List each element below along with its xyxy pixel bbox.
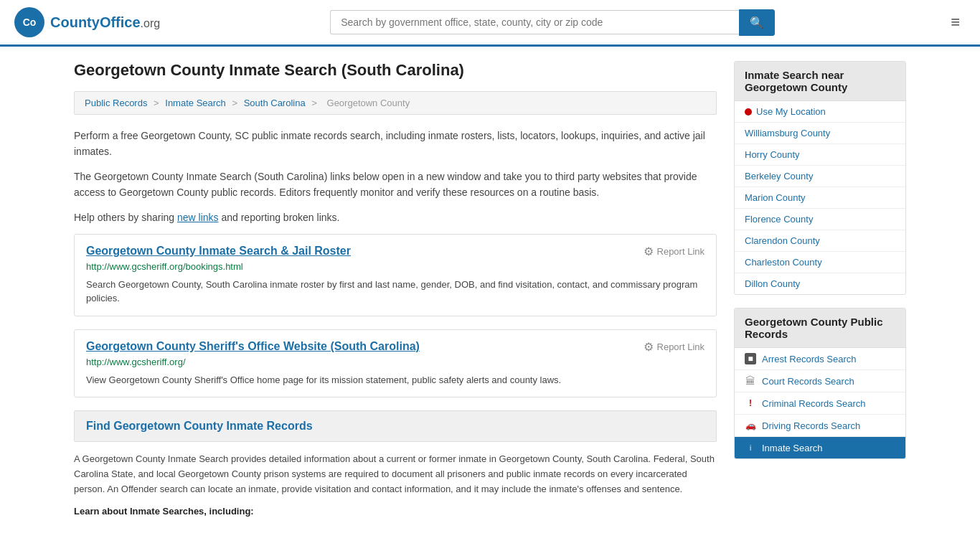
use-my-location-link[interactable]: Use My Location <box>756 106 826 117</box>
breadcrumb-current: Georgetown County <box>327 98 410 108</box>
breadcrumb-inmate-search[interactable]: Inmate Search <box>165 98 226 108</box>
result-title-2[interactable]: Georgetown County Sheriff's Office Websi… <box>86 340 420 353</box>
intro-text-1: Perform a free Georgetown County, SC pub… <box>74 128 717 160</box>
breadcrumb-south-carolina[interactable]: South Carolina <box>244 98 306 108</box>
site-header: Co CountyOffice.org 🔍 ≡ <box>0 0 980 47</box>
sidebar-arrest-records[interactable]: ■ Arrest Records Search <box>735 348 905 370</box>
sidebar-county-marion[interactable]: Marion County <box>735 187 905 209</box>
result-header-2: Georgetown County Sheriff's Office Websi… <box>86 340 705 354</box>
sidebar-county-florence[interactable]: Florence County <box>735 209 905 230</box>
sidebar-county-williamsburg[interactable]: Williamsburg County <box>735 123 905 144</box>
nearby-title: Inmate Search near Georgetown County <box>735 62 905 101</box>
result-desc-2: View Georgetown County Sheriff's Office … <box>86 373 705 387</box>
inmate-search-link[interactable]: Inmate Search <box>762 443 823 453</box>
inmate-icon: i <box>745 442 756 453</box>
intro-text-2: The Georgetown County Inmate Search (Sou… <box>74 169 717 201</box>
search-input[interactable] <box>330 10 739 34</box>
nearby-section: Inmate Search near Georgetown County Use… <box>734 61 906 295</box>
report-link-1[interactable]: ⚙ Report Link <box>644 245 705 258</box>
arrest-records-link[interactable]: Arrest Records Search <box>762 354 857 364</box>
criminal-records-link[interactable]: Criminal Records Search <box>762 398 866 409</box>
menu-button[interactable]: ≡ <box>945 10 966 34</box>
sidebar: Inmate Search near Georgetown County Use… <box>734 61 906 517</box>
breadcrumb-public-records[interactable]: Public Records <box>85 98 147 108</box>
learn-label: Learn about Inmate Searches, including: <box>74 506 717 517</box>
new-links-link[interactable]: new links <box>177 212 219 223</box>
sidebar-county-dillon[interactable]: Dillon County <box>735 273 905 294</box>
public-records-section: Georgetown County Public Records ■ Arres… <box>734 308 906 459</box>
result-title-1[interactable]: Georgetown County Inmate Search & Jail R… <box>86 245 351 258</box>
report-link-2[interactable]: ⚙ Report Link <box>644 340 705 354</box>
driving-records-link[interactable]: Driving Records Search <box>762 420 860 431</box>
sidebar-court-records[interactable]: 🏛 Court Records Search <box>735 370 905 392</box>
body-text: A Georgetown County Inmate Search provid… <box>74 452 717 496</box>
logo-text: CountyOffice.org <box>50 14 160 31</box>
breadcrumb: Public Records > Inmate Search > South C… <box>74 91 717 115</box>
svg-text:Co: Co <box>23 17 37 28</box>
result-url-1: http://www.gcsheriff.org/bookings.html <box>86 261 705 272</box>
sidebar-county-berkeley[interactable]: Berkeley County <box>735 166 905 187</box>
sidebar-criminal-records[interactable]: ! Criminal Records Search <box>735 392 905 415</box>
result-desc-1: Search Georgetown County, South Carolina… <box>86 278 705 306</box>
page-title: Georgetown County Inmate Search (South C… <box>74 61 717 80</box>
sidebar-county-horry[interactable]: Horry County <box>735 144 905 166</box>
logo-area: Co CountyOffice.org <box>14 7 160 37</box>
arrest-icon: ■ <box>745 353 756 364</box>
criminal-icon: ! <box>745 397 756 409</box>
result-url-2: http://www.gcsheriff.org/ <box>86 357 705 367</box>
sidebar-county-clarendon[interactable]: Clarendon County <box>735 230 905 252</box>
sidebar-driving-records[interactable]: 🚗 Driving Records Search <box>735 415 905 437</box>
search-area: 🔍 <box>330 9 775 36</box>
result-card-1: Georgetown County Inmate Search & Jail R… <box>74 234 717 316</box>
court-icon: 🏛 <box>745 375 756 387</box>
search-button[interactable]: 🔍 <box>739 9 775 36</box>
sidebar-county-charleston[interactable]: Charleston County <box>735 252 905 273</box>
intro-text-3: Help others by sharing new links and rep… <box>74 209 717 225</box>
location-dot-icon <box>745 108 752 116</box>
logo-icon: Co <box>14 7 44 37</box>
result-card-2: Georgetown County Sheriff's Office Websi… <box>74 329 717 398</box>
find-records-section: Find Georgetown County Inmate Records <box>74 410 717 442</box>
section-title: Find Georgetown County Inmate Records <box>86 420 705 433</box>
public-records-title: Georgetown County Public Records <box>735 309 905 348</box>
main-content: Georgetown County Inmate Search (South C… <box>74 61 717 517</box>
court-records-link[interactable]: Court Records Search <box>762 376 854 387</box>
use-my-location-item[interactable]: Use My Location <box>735 101 905 123</box>
sidebar-inmate-active[interactable]: i Inmate Search <box>735 437 905 458</box>
driving-icon: 🚗 <box>745 420 756 431</box>
content-wrapper: Georgetown County Inmate Search (South C… <box>60 47 920 531</box>
result-header-1: Georgetown County Inmate Search & Jail R… <box>86 245 705 258</box>
